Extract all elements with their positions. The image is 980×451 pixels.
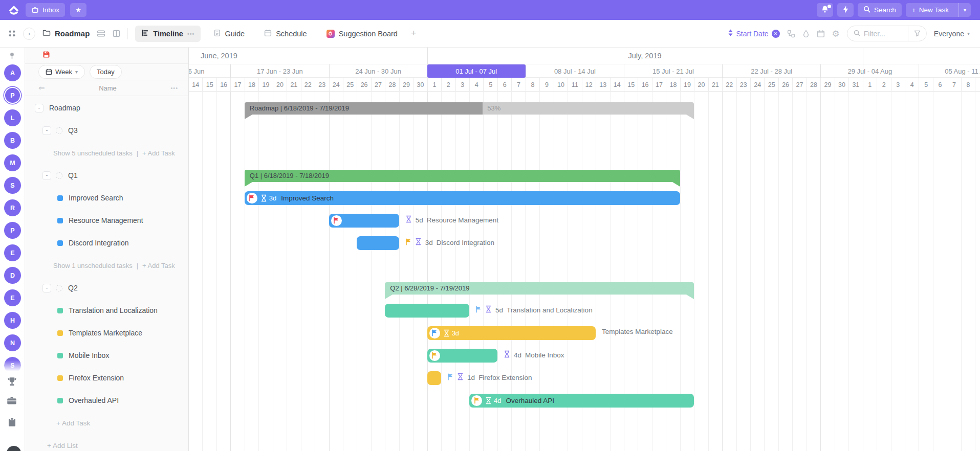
tab-suggestion-board[interactable]: Suggestion Board [320,26,404,41]
collapse-toggle[interactable]: - [42,284,51,292]
avatar[interactable]: R [4,199,21,216]
tab-schedule[interactable]: Schedule [258,26,313,42]
avatar[interactable]: E [4,244,21,261]
gear-icon[interactable]: ⚙ [832,29,840,39]
calendar-small-icon[interactable] [817,30,825,38]
quick-actions-button[interactable] [837,3,854,17]
avatar[interactable]: L [4,109,21,126]
favorites-button[interactable]: ★ [70,3,86,17]
q1-project-bar[interactable]: Q1 | 6/18/2019 - 7/18/2019 [245,170,680,182]
clickup-logo-icon[interactable] [7,4,20,17]
q2-project-bar[interactable]: Q2 | 6/28/2019 - 7/19/2019 [385,282,694,295]
board-view-icon[interactable] [113,30,120,37]
timeline-month-label: July, 2019 [594,52,696,60]
trophy-icon[interactable] [7,377,17,389]
help-button[interactable] [7,446,21,451]
filter-input[interactable] [864,30,903,38]
duration-badge: 3d [443,329,459,337]
task-name-label: Firefox Extension [69,374,124,382]
funnel-icon[interactable] [908,26,926,41]
tab-guide[interactable]: Guide [208,26,251,42]
notifications-button[interactable] [817,3,833,17]
apps-grid-icon[interactable] [8,30,16,37]
clipboard-icon[interactable] [8,417,16,429]
avatar[interactable]: M [4,154,21,171]
status-circle-icon[interactable] [56,285,62,291]
tree-group-row[interactable]: - Q2 [25,279,188,297]
clear-sort-icon[interactable]: ✕ [772,30,780,38]
tab-timeline[interactable]: Timeline ••• [135,26,201,42]
timeline-day-cell: 7 [511,78,525,92]
priority-flag-icon [331,215,342,226]
avatar[interactable]: A [4,64,21,81]
avatar[interactable]: E [4,289,21,306]
save-icon[interactable] [42,51,50,60]
discord-integration-bar[interactable] [357,236,399,250]
tree-task-row[interactable]: Discord Integration [25,234,188,252]
tree-task-row[interactable]: Translation and Localization [25,301,188,320]
add-view-button[interactable]: + [411,28,417,39]
avatar[interactable]: P [4,87,21,104]
avatar[interactable]: S [4,177,21,194]
avatar[interactable]: H [4,312,21,329]
sort-start-date[interactable]: Start Date ✕ [728,29,780,38]
show-unscheduled-label[interactable]: Show 1 unscheduled tasks [53,262,133,269]
tree-task-row[interactable]: Overhauled API [25,391,188,410]
templates-marketplace-bar[interactable]: 3d [427,326,596,340]
tree-group-row[interactable]: - Q3 [25,121,188,140]
avatar[interactable]: D [4,267,21,284]
today-button[interactable]: Today [90,65,122,79]
resource-management-bar[interactable] [329,214,399,228]
task-name-label: Templates Marketplace [69,329,142,337]
pin-icon[interactable] [8,52,16,62]
search-button[interactable]: Search [858,3,902,17]
expand-sidebar-button[interactable]: › [23,28,35,40]
tree-task-row[interactable]: Resource Management [25,211,188,230]
assignee-filter[interactable]: Everyone ▾ [934,30,970,38]
week-zoom-button[interactable]: Week ▾ [38,65,85,79]
collapse-columns-icon[interactable]: ⇐ [38,83,45,93]
collapse-toggle[interactable]: - [42,171,51,180]
translation-localization-bar[interactable] [385,304,469,318]
subtasks-icon[interactable] [787,30,795,38]
improved-search-bar[interactable]: 3dImproved Search [245,191,680,205]
status-circle-icon[interactable] [56,127,62,134]
inbox-label: Inbox [42,6,59,14]
new-task-caret[interactable]: ▾ [959,3,971,17]
tree-task-row[interactable]: Improved Search [25,189,188,207]
collapse-toggle[interactable]: - [35,104,43,112]
add-task-link[interactable]: + Add Task [142,149,175,157]
calendar-icon [264,29,272,38]
briefcase-icon[interactable] [7,396,17,407]
tree-task-row[interactable]: Mobile Inbox [25,346,188,365]
avatar[interactable]: P [4,222,21,239]
avatar[interactable]: S [4,357,21,374]
add-list-row[interactable]: + Add List [25,436,188,451]
add-list-link[interactable]: + Add List [47,442,78,449]
columns-menu-icon[interactable]: ••• [170,85,178,91]
tree-task-row[interactable]: Templates Marketplace [25,324,188,342]
inbox-button[interactable]: Inbox [26,3,65,17]
show-unscheduled-row[interactable]: Show 5 unscheduled tasks | + Add Task [25,144,188,162]
collapse-toggle[interactable]: - [42,126,51,135]
avatar[interactable]: N [4,334,21,351]
show-unscheduled-row[interactable]: Show 1 unscheduled tasks | + Add Task [25,256,188,275]
mobile-inbox-bar[interactable] [427,349,497,363]
tree-project-row[interactable]: - Roadmap [25,99,188,117]
add-task-link[interactable]: + Add Task [142,262,175,269]
water-drop-icon[interactable] [802,30,810,38]
status-circle-icon[interactable] [56,172,62,179]
list-view-icon[interactable] [97,30,105,37]
roadmap-project-bar[interactable]: 53%Roadmap | 6/18/2019 - 7/19/2019 [245,102,694,115]
new-task-label: New Task [919,6,949,14]
tree-group-row[interactable]: - Q1 [25,166,188,185]
firefox-extension-bar[interactable] [427,371,441,385]
overhauled-api-bar[interactable]: 4dOverhauled API [469,394,694,408]
add-task-row[interactable]: + Add Task [25,414,188,432]
tree-task-row[interactable]: Firefox Extension [25,369,188,387]
add-task-link[interactable]: + Add Task [56,419,90,427]
tab-menu-dots[interactable]: ••• [187,31,195,37]
show-unscheduled-label[interactable]: Show 5 unscheduled tasks [53,149,133,157]
avatar[interactable]: B [4,132,21,149]
new-task-button[interactable]: + New Task ▾ [906,3,971,17]
